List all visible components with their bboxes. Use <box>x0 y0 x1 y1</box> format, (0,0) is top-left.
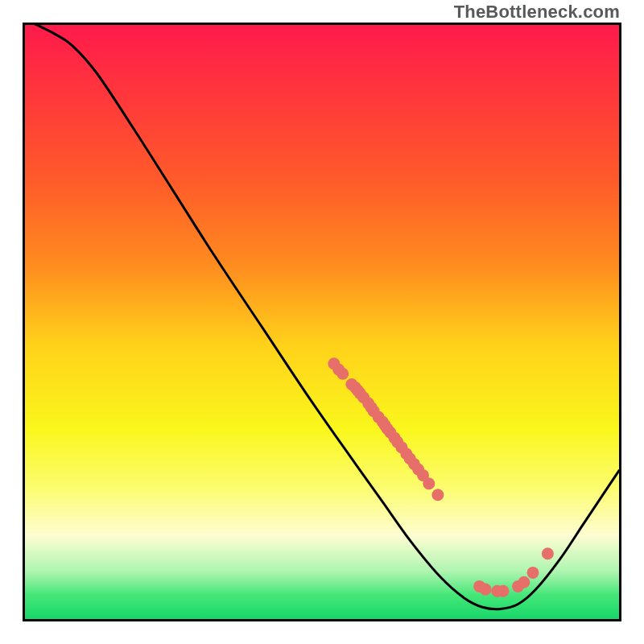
svg-point-32 <box>518 576 530 588</box>
watermark-text: TheBottleneck.com <box>454 2 620 23</box>
svg-rect-0 <box>25 25 619 619</box>
chart-frame: TheBottleneck.com <box>0 0 644 644</box>
plot-area <box>23 23 621 621</box>
svg-point-33 <box>527 567 539 579</box>
svg-point-34 <box>542 547 554 559</box>
svg-point-28 <box>480 584 492 596</box>
svg-point-25 <box>423 477 435 489</box>
chart-svg <box>25 25 619 619</box>
svg-point-30 <box>497 585 510 597</box>
svg-point-3 <box>336 368 349 380</box>
svg-point-26 <box>431 489 444 501</box>
